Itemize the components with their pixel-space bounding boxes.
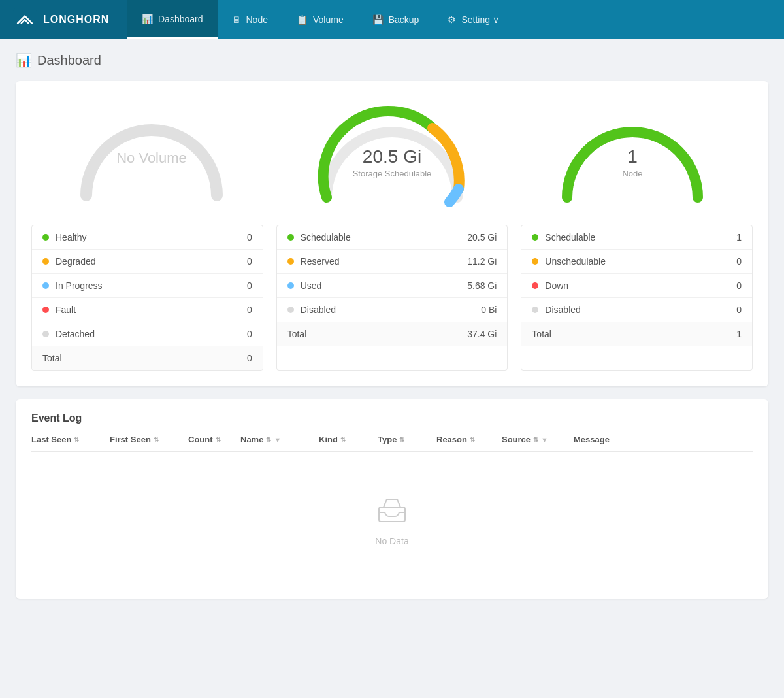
dashboard-icon: 📊 bbox=[142, 14, 153, 24]
dot-blue-s bbox=[287, 282, 294, 289]
dot-red-n bbox=[532, 282, 538, 289]
navbar: LONGHORN 📊 Dashboard 🖥 Node 📋 Volume 💾 B… bbox=[0, 0, 784, 39]
stats-row: Healthy 0 Degraded 0 In Progress 0 Fault… bbox=[31, 225, 753, 371]
dot-green-n bbox=[532, 234, 538, 241]
stat-reserved: Reserved 11.2 Gi bbox=[277, 250, 508, 274]
storage-gauge-svg-wrap: 20.5 Gi Storage Schedulable bbox=[307, 101, 477, 205]
sort-icon-name: ⇅ bbox=[266, 436, 271, 443]
dot-green bbox=[42, 234, 49, 241]
node-gauge-center: 1 Node bbox=[622, 146, 642, 178]
no-data-section: No Data bbox=[31, 455, 753, 586]
backup-icon: 💾 bbox=[372, 14, 384, 25]
filter-icon-name[interactable]: ▼ bbox=[274, 436, 281, 444]
volume-icon: 📋 bbox=[297, 14, 308, 25]
sort-icon-kind: ⇅ bbox=[340, 436, 346, 443]
sort-icon-reason: ⇅ bbox=[470, 436, 475, 443]
dot-green-s bbox=[287, 234, 294, 241]
stat-disabled-storage: Disabled 0 Bi bbox=[277, 298, 508, 322]
th-type[interactable]: Type ⇅ bbox=[378, 435, 436, 444]
nav-volume[interactable]: 📋 Volume bbox=[282, 0, 358, 39]
th-source[interactable]: Source ⇅ ▼ bbox=[502, 435, 574, 444]
page-title-icon: 📊 bbox=[16, 52, 32, 68]
stat-fault: Fault 0 bbox=[32, 298, 263, 322]
nav-setting[interactable]: ⚙ Setting ∨ bbox=[433, 0, 513, 39]
stat-unschedulable: Unschedulable 0 bbox=[521, 250, 752, 274]
dot-red bbox=[42, 307, 49, 313]
inbox-icon bbox=[376, 494, 408, 524]
gauges-row: No Volume bbox=[31, 101, 753, 205]
nav-items: 📊 Dashboard 🖥 Node 📋 Volume 💾 Backup ⚙ S… bbox=[127, 0, 514, 39]
stat-down: Down 0 bbox=[521, 274, 752, 298]
nav-node[interactable]: 🖥 Node bbox=[218, 0, 282, 39]
stat-schedulable-storage: Schedulable 20.5 Gi bbox=[277, 225, 508, 250]
node-stats-card: Schedulable 1 Unschedulable 0 Down 0 Dis… bbox=[521, 225, 753, 371]
th-kind[interactable]: Kind ⇅ bbox=[319, 435, 378, 444]
dot-gray bbox=[42, 331, 49, 337]
th-reason[interactable]: Reason ⇅ bbox=[436, 435, 502, 444]
stat-storage-total: Total 37.4 Gi bbox=[277, 322, 508, 346]
page-title: 📊 Dashboard bbox=[16, 52, 768, 68]
sort-icon-count: ⇅ bbox=[216, 436, 221, 443]
table-header: Last Seen ⇅ First Seen ⇅ Count ⇅ Name ⇅ … bbox=[31, 435, 753, 452]
setting-icon: ⚙ bbox=[448, 14, 456, 25]
node-gauge-svg-wrap: 1 Node bbox=[547, 101, 717, 205]
stat-disabled-node: Disabled 0 bbox=[521, 298, 752, 322]
dot-gray-n bbox=[532, 307, 538, 313]
volume-gauge-svg-wrap: No Volume bbox=[67, 101, 237, 205]
dot-yellow-n bbox=[532, 258, 538, 265]
volume-gauge: No Volume bbox=[67, 101, 237, 205]
no-data-text: No Data bbox=[375, 536, 408, 546]
storage-stats-card: Schedulable 20.5 Gi Reserved 11.2 Gi Use… bbox=[276, 225, 508, 371]
storage-gauge: 20.5 Gi Storage Schedulable bbox=[307, 101, 477, 205]
stat-degraded: Degraded 0 bbox=[32, 250, 263, 274]
volume-gauge-center: No Volume bbox=[116, 150, 187, 167]
stat-used: Used 5.68 Gi bbox=[277, 274, 508, 298]
main-card: No Volume bbox=[16, 81, 768, 386]
th-count[interactable]: Count ⇅ bbox=[188, 435, 240, 444]
brand-name: LONGHORN bbox=[43, 14, 109, 25]
page-content: 📊 Dashboard No Volume bbox=[0, 39, 784, 612]
event-log-title: Event Log bbox=[31, 412, 753, 424]
sort-icon-first-seen: ⇅ bbox=[154, 436, 159, 443]
dot-yellow bbox=[42, 258, 49, 265]
th-name[interactable]: Name ⇅ ▼ bbox=[240, 435, 319, 444]
sort-icon-type: ⇅ bbox=[399, 436, 404, 443]
dot-blue bbox=[42, 282, 49, 289]
storage-gauge-center: 20.5 Gi Storage Schedulable bbox=[353, 146, 432, 178]
th-message: Message bbox=[574, 435, 753, 444]
node-gauge: 1 Node bbox=[547, 101, 717, 205]
filter-icon-source[interactable]: ▼ bbox=[541, 436, 548, 444]
th-last-seen[interactable]: Last Seen ⇅ bbox=[31, 435, 110, 444]
stat-schedulable-node: Schedulable 1 bbox=[521, 225, 752, 250]
th-first-seen[interactable]: First Seen ⇅ bbox=[110, 435, 188, 444]
stat-detached: Detached 0 bbox=[32, 322, 263, 346]
brand-icon bbox=[13, 8, 37, 31]
node-icon: 🖥 bbox=[232, 14, 241, 25]
volume-stats-card: Healthy 0 Degraded 0 In Progress 0 Fault… bbox=[31, 225, 263, 371]
sort-icon-source: ⇅ bbox=[533, 436, 538, 443]
nav-backup[interactable]: 💾 Backup bbox=[358, 0, 434, 39]
event-log-card: Event Log Last Seen ⇅ First Seen ⇅ Count… bbox=[16, 399, 768, 599]
stat-healthy: Healthy 0 bbox=[32, 225, 263, 250]
sort-icon-last-seen: ⇅ bbox=[74, 436, 79, 443]
brand[interactable]: LONGHORN bbox=[0, 0, 127, 39]
stat-in-progress: In Progress 0 bbox=[32, 274, 263, 298]
dot-yellow-s bbox=[287, 258, 294, 265]
stat-volume-total: Total 0 bbox=[32, 346, 263, 370]
stat-node-total: Total 1 bbox=[521, 322, 752, 346]
nav-dashboard[interactable]: 📊 Dashboard bbox=[127, 0, 218, 39]
no-data-icon bbox=[376, 494, 408, 529]
dot-gray-s bbox=[287, 307, 294, 313]
svg-rect-1 bbox=[379, 507, 405, 522]
